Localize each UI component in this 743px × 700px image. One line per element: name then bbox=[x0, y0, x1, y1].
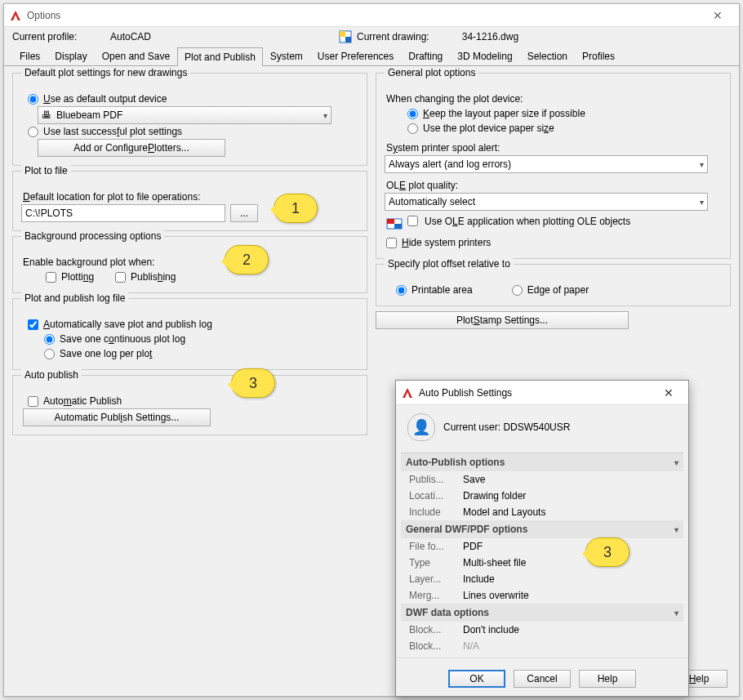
radio-one-continuous-label: Save one continuous plot log bbox=[60, 333, 185, 345]
tabstrip: Files Display Open and Save Plot and Pub… bbox=[4, 47, 739, 66]
radio-one-log-per-plot[interactable] bbox=[44, 349, 55, 359]
radio-edge-of-paper[interactable] bbox=[512, 285, 523, 296]
group-plot-offset: Specify plot offset relative to Printabl… bbox=[376, 264, 731, 306]
dialog-title: Auto Publish Settings bbox=[419, 387, 654, 399]
profile-row: Current profile: AutoCAD Current drawing… bbox=[4, 27, 739, 45]
btn-cancel[interactable]: Cancel bbox=[514, 670, 571, 688]
close-icon[interactable]: ✕ bbox=[701, 9, 734, 22]
check-automatic-publish-label: Automatic Publish bbox=[43, 395, 122, 407]
radio-one-log-per-label: Save one log per plot bbox=[60, 348, 152, 359]
radio-one-continuous-log[interactable] bbox=[44, 334, 55, 345]
callout-1: 1 bbox=[274, 194, 318, 223]
ole-icon bbox=[386, 216, 403, 232]
select-ole-value: Automatically select bbox=[389, 196, 700, 207]
current-user-row: 👤 Current user: DDSW540USR bbox=[396, 405, 688, 453]
tab-profiles[interactable]: Profiles bbox=[575, 47, 622, 65]
grid-row[interactable]: Layer...Include bbox=[401, 571, 683, 587]
check-bg-plotting-label: Plotting bbox=[61, 271, 94, 283]
radio-keep-layout-size[interactable] bbox=[407, 109, 418, 119]
check-bg-plotting[interactable] bbox=[46, 272, 56, 283]
dialog-titlebar: Auto Publish Settings ✕ bbox=[396, 381, 688, 405]
tab-3d-modeling[interactable]: 3D Modeling bbox=[450, 47, 519, 65]
select-spool-value: Always alert (and log errors) bbox=[389, 158, 700, 170]
autocad-icon bbox=[9, 9, 22, 22]
radio-use-last[interactable] bbox=[28, 127, 38, 137]
combo-output-device[interactable]: 🖶 Bluebeam PDF ▾ bbox=[38, 106, 331, 124]
current-profile-value: AutoCAD bbox=[110, 31, 339, 42]
grid-row[interactable]: Locati...Drawing folder bbox=[401, 488, 683, 504]
window-title: Options bbox=[27, 10, 701, 21]
check-bg-publishing-label: Publishing bbox=[131, 271, 176, 283]
tab-plot-publish[interactable]: Plot and Publish bbox=[177, 47, 263, 66]
when-changing-label: When changing the plot device: bbox=[385, 91, 722, 106]
grid-row[interactable]: Merg...Lines overwrite bbox=[401, 587, 683, 604]
check-ole-app-label: Use OLE application when plotting OLE ob… bbox=[425, 216, 630, 227]
plot-to-file-path[interactable]: C:\!PLOTS bbox=[21, 204, 225, 222]
btn-auto-publish-settings[interactable]: Automatic Publish Settings... bbox=[23, 408, 211, 426]
check-hide-printers[interactable] bbox=[386, 238, 397, 248]
chevron-down-icon: ▾ bbox=[674, 609, 678, 618]
group-default-plot-title: Default plot settings for new drawings bbox=[21, 67, 190, 78]
titlebar: Options ✕ bbox=[4, 4, 739, 27]
chevron-down-icon: ▾ bbox=[700, 198, 704, 207]
options-window: Options ✕ Current profile: AutoCAD Curre… bbox=[3, 3, 740, 697]
radio-printable-area[interactable] bbox=[396, 285, 407, 296]
grid-row[interactable]: File fo...PDF bbox=[401, 538, 683, 555]
grid-row[interactable]: Block...Don't include bbox=[401, 622, 683, 638]
tab-user-prefs[interactable]: User Preferences bbox=[310, 47, 401, 65]
btn-plot-stamp-settings[interactable]: Plot Stamp Settings... bbox=[376, 311, 629, 329]
tab-open-save[interactable]: Open and Save bbox=[95, 47, 177, 65]
current-drawing-label: Current drawing: bbox=[357, 31, 429, 42]
svg-rect-5 bbox=[387, 219, 394, 224]
bg-enable-label: Enable background plot when: bbox=[21, 255, 358, 270]
group-general-title: General plot options bbox=[385, 67, 478, 78]
avatar-icon: 👤 bbox=[407, 413, 435, 441]
current-user-label: Current user: bbox=[443, 421, 501, 433]
btn-browse-plot-path[interactable]: ... bbox=[230, 204, 258, 222]
drawing-icon bbox=[339, 30, 352, 43]
callout-3b: 3 bbox=[585, 537, 630, 567]
btn-ok[interactable]: OK bbox=[448, 670, 505, 688]
autocad-icon bbox=[401, 386, 414, 399]
btn-add-configure-plotters[interactable]: Add or Configure Plotters... bbox=[38, 139, 225, 157]
check-hide-printers-label: Hide system printers bbox=[402, 237, 491, 248]
tab-display[interactable]: Display bbox=[47, 47, 94, 65]
select-spool-alert[interactable]: Always alert (and log errors)▾ bbox=[385, 155, 708, 173]
tab-selection[interactable]: Selection bbox=[520, 47, 575, 65]
grid-header-dwf-data[interactable]: DWF data options▾ bbox=[401, 604, 683, 622]
grid-header-general-dwf[interactable]: General DWF/PDF options▾ bbox=[401, 520, 683, 538]
printer-icon: 🖶 bbox=[42, 109, 53, 121]
combo-output-device-value: Bluebeam PDF bbox=[56, 109, 323, 121]
chevron-down-icon: ▾ bbox=[674, 458, 678, 467]
svg-marker-7 bbox=[403, 388, 412, 398]
btn-help-dialog[interactable]: Help bbox=[579, 670, 636, 688]
select-ole-quality[interactable]: Automatically select▾ bbox=[385, 193, 708, 211]
radio-use-default[interactable] bbox=[28, 94, 38, 105]
group-background-title: Background processing options bbox=[21, 230, 164, 242]
group-log-title: Plot and publish log file bbox=[21, 292, 128, 304]
svg-rect-6 bbox=[394, 224, 402, 229]
svg-rect-3 bbox=[345, 37, 351, 42]
close-icon[interactable]: ✕ bbox=[654, 386, 683, 399]
grid-row[interactable]: IncludeModel and Layouts bbox=[401, 504, 683, 520]
check-bg-publishing[interactable] bbox=[115, 272, 126, 283]
radio-edge-label: Edge of paper bbox=[527, 284, 589, 296]
check-autosave-log[interactable] bbox=[28, 319, 38, 330]
check-automatic-publish[interactable] bbox=[28, 396, 38, 407]
check-ole-app[interactable] bbox=[407, 216, 418, 226]
group-log-file: Plot and publish log file Automatically … bbox=[12, 298, 367, 370]
grid-header-auto-publish[interactable]: Auto-Publish options▾ bbox=[401, 453, 683, 471]
radio-use-device-size[interactable] bbox=[407, 123, 418, 134]
grid-row[interactable]: TypeMulti-sheet file bbox=[401, 555, 683, 571]
radio-use-device-label: Use the plot device paper size bbox=[423, 123, 554, 134]
group-default-plot: Default plot settings for new drawings U… bbox=[12, 73, 367, 166]
tab-drafting[interactable]: Drafting bbox=[401, 47, 450, 65]
grid-row: Block...N/A bbox=[401, 638, 683, 654]
chevron-down-icon: ▾ bbox=[700, 160, 704, 169]
grid-row[interactable]: Publis...Save bbox=[401, 471, 683, 488]
chevron-down-icon: ▾ bbox=[674, 525, 678, 534]
tab-files[interactable]: Files bbox=[12, 47, 47, 65]
group-plot-offset-title: Specify plot offset relative to bbox=[385, 258, 514, 270]
tab-system[interactable]: System bbox=[263, 47, 310, 65]
spool-alert-label: System printer spool alert: bbox=[385, 140, 722, 155]
